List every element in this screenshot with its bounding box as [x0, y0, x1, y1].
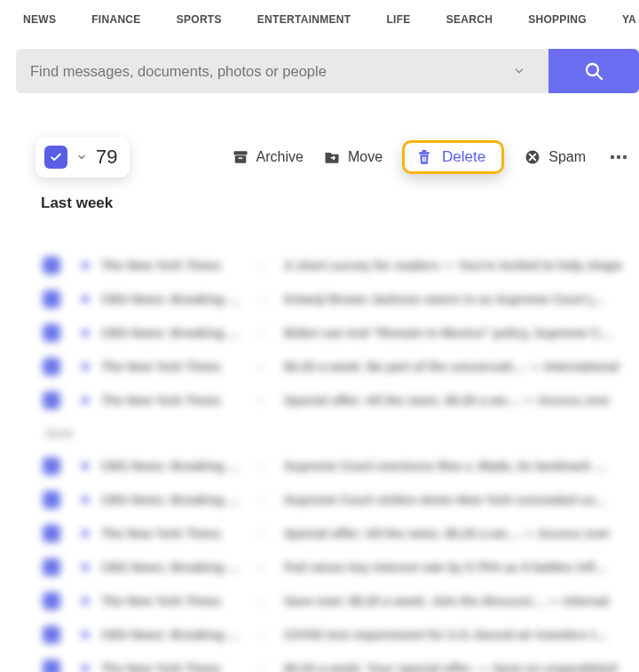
unread-dot-icon: [82, 329, 89, 336]
subject: Fed raises key interest rate by 0.75% as…: [284, 560, 639, 574]
selection-count-chip[interactable]: 79: [36, 137, 130, 178]
mail-content: 79 Archive Move: [0, 103, 639, 672]
subject: Special offer: All the news. $0.25 a we……: [284, 526, 639, 541]
message-row[interactable]: CBS News: Breaking …☆Biden can end "Rema…: [16, 316, 639, 350]
unread-dot-icon: [82, 564, 89, 571]
checkmark-icon: [49, 150, 63, 164]
delete-button[interactable]: Delete: [402, 140, 504, 174]
row-checkbox[interactable]: [43, 558, 60, 576]
search-input[interactable]: [30, 63, 504, 80]
sender: CBS News: Breaking …: [101, 493, 243, 507]
subject: A short survey for readers — You're invi…: [284, 258, 639, 273]
message-list: The New York Times☆A short survey for re…: [16, 249, 639, 672]
message-row[interactable]: CBS News: Breaking …☆Fed raises key inte…: [16, 550, 639, 584]
search-scope-dropdown[interactable]: [504, 65, 534, 77]
nav-more-truncated[interactable]: YA: [604, 13, 639, 26]
unread-dot-icon: [82, 363, 89, 370]
sender: CBS News: Breaking …: [101, 326, 243, 340]
star-icon[interactable]: ☆: [256, 325, 272, 342]
selection-count: 79: [96, 146, 117, 169]
row-checkbox[interactable]: [43, 324, 60, 342]
unread-dot-icon: [82, 262, 89, 269]
message-row[interactable]: The New York Times☆$0.25 a week: Be part…: [16, 350, 639, 383]
row-checkbox[interactable]: [43, 358, 60, 376]
row-checkbox[interactable]: [43, 525, 60, 542]
more-actions-button[interactable]: [605, 146, 632, 168]
unread-dot-icon: [82, 597, 89, 605]
star-icon[interactable]: ☆: [256, 526, 272, 542]
row-checkbox[interactable]: [43, 257, 60, 274]
move-button[interactable]: Move: [323, 148, 383, 166]
sender: The New York Times: [101, 526, 243, 541]
sender: The New York Times: [101, 594, 243, 608]
message-row[interactable]: The New York Times☆Special offer: All th…: [16, 383, 639, 417]
row-checkbox[interactable]: [43, 290, 60, 308]
sender: The New York Times: [101, 393, 243, 407]
star-icon[interactable]: ☆: [256, 492, 272, 509]
star-icon[interactable]: ☆: [256, 660, 272, 673]
row-checkbox[interactable]: [43, 457, 60, 475]
star-icon[interactable]: ☆: [256, 359, 272, 376]
row-checkbox[interactable]: [43, 592, 60, 610]
svg-point-15: [623, 155, 627, 159]
nav-news[interactable]: NEWS: [5, 13, 74, 26]
row-checkbox[interactable]: [43, 391, 60, 409]
spam-button[interactable]: Spam: [524, 148, 586, 166]
unread-dot-icon: [82, 296, 89, 303]
star-icon[interactable]: ☆: [256, 559, 272, 576]
section-header-last-week: Last week: [16, 185, 639, 222]
sender: CBS News: Breaking …: [101, 459, 243, 473]
message-row[interactable]: CBS News: Breaking …☆Ketanji Brown Jacks…: [16, 282, 639, 316]
sender: The New York Times: [101, 360, 243, 374]
archive-icon: [232, 148, 249, 166]
unread-dot-icon: [82, 496, 89, 503]
nav-finance[interactable]: FINANCE: [74, 13, 158, 26]
message-row[interactable]: CBS News: Breaking …☆COVID test requirem…: [16, 618, 639, 652]
message-row[interactable]: CBS News: Breaking …☆Supreme Court strik…: [16, 483, 639, 517]
svg-point-14: [617, 155, 620, 159]
sender: The New York Times: [101, 258, 243, 273]
message-row[interactable]: The New York Times☆$0.25 a week: Your sp…: [16, 652, 639, 672]
message-row[interactable]: The New York Times☆Save now: $0.25 a wee…: [16, 584, 639, 618]
archive-label: Archive: [256, 149, 304, 165]
star-icon[interactable]: ☆: [256, 291, 272, 308]
archive-button[interactable]: Archive: [232, 148, 304, 166]
svg-rect-4: [238, 157, 242, 159]
search-button[interactable]: [548, 49, 639, 93]
unread-dot-icon: [82, 631, 89, 638]
svg-point-13: [611, 155, 614, 159]
subject: $0.25 a week: Your special offer. — Save…: [284, 661, 639, 672]
nav-search[interactable]: SEARCH: [429, 13, 510, 26]
select-all-checkbox[interactable]: [44, 146, 67, 169]
star-icon[interactable]: ☆: [256, 593, 272, 610]
message-row[interactable]: The New York Times☆A short survey for re…: [16, 249, 639, 282]
nav-shopping[interactable]: SHOPPING: [510, 13, 604, 26]
svg-rect-6: [422, 150, 427, 152]
search-bar-row: [0, 39, 639, 103]
row-checkbox[interactable]: [43, 491, 60, 509]
star-icon[interactable]: ☆: [256, 627, 272, 644]
row-checkbox[interactable]: [43, 660, 60, 672]
nav-life[interactable]: LIFE: [368, 13, 428, 26]
toolbar-actions: Archive Move Delete: [232, 140, 639, 174]
selection-dropdown[interactable]: [75, 152, 89, 162]
star-icon[interactable]: ☆: [256, 257, 272, 274]
unread-dot-icon: [82, 397, 89, 404]
star-icon[interactable]: ☆: [256, 458, 272, 475]
unread-dot-icon: [82, 530, 89, 537]
svg-line-1: [597, 75, 603, 80]
spam-icon: [524, 148, 541, 166]
star-icon[interactable]: ☆: [256, 392, 272, 409]
move-icon: [323, 148, 341, 166]
svg-rect-2: [233, 151, 247, 154]
top-nav: NEWS FINANCE SPORTS ENTERTAINMENT LIFE S…: [0, 0, 639, 39]
message-row[interactable]: The New York Times☆Special offer: All th…: [16, 517, 639, 550]
nav-sports[interactable]: SPORTS: [159, 13, 240, 26]
search-box[interactable]: [16, 49, 548, 93]
message-row[interactable]: CBS News: Breaking …☆Supreme Court overt…: [16, 449, 639, 483]
row-checkbox[interactable]: [43, 626, 60, 644]
chevron-down-icon: [76, 152, 87, 162]
nav-entertainment[interactable]: ENTERTAINMENT: [240, 13, 369, 26]
more-horizontal-icon: [608, 146, 629, 168]
sender: CBS News: Breaking …: [101, 292, 243, 306]
